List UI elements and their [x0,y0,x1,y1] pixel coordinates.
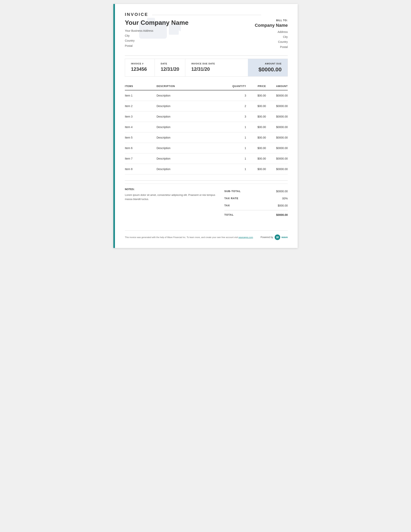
company-country: Country [125,38,248,43]
invoice-number-value: 123456 [131,66,149,72]
item-price: $00.00 [246,94,266,97]
accent-bar [113,4,115,248]
table-row: Item 1 Description 3 $00.00 $0000.00 [125,90,288,101]
invoice-number-label: INVOICE # [131,62,149,65]
header-divider [125,56,288,56]
page-footer: This invoice was generated with the help… [125,230,288,240]
item-amount: $0000.00 [266,168,288,171]
due-date-value: 12/31/20 [191,66,215,72]
item-description: Description [157,146,226,150]
total-row: TOTAL $0000.00 [224,211,288,218]
item-amount: $0000.00 [266,115,288,118]
tax-rate-value: 00% [282,197,288,200]
bill-to-details: Address City Country Postal [248,29,288,49]
item-name: Item 4 [125,125,157,129]
company-info: Your Company Name Your Business Address … [125,19,248,48]
footer-section: NOTES: Lorem ipsum dolor sit amet, conse… [125,183,288,218]
item-description: Description [157,168,226,171]
bill-to-city: City [248,35,288,39]
due-date-label: INVOICE DUE DATE [191,62,215,65]
invoice-meta: INVOICE # 123456 DATE 12/31/20 INVOICE D… [125,59,288,76]
bill-to-label: BILL TO: [248,19,288,22]
bill-to-address: Address [248,29,288,35]
company-city: City [125,33,248,38]
tax-rate-label: TAX RATE [224,197,238,200]
notes-text: Lorem ipsum dolor sit amet, consectetur … [125,193,216,201]
item-quantity: 1 [226,125,246,129]
company-address: Your Business Address [125,28,248,33]
date-label: DATE [161,62,179,65]
item-quantity: 3 [226,94,246,97]
notes-area: NOTES: Lorem ipsum dolor sit amet, conse… [125,188,216,218]
col-description: DESCRIPTION [157,85,226,88]
subtotal-value: $0000.00 [276,190,288,193]
table-row: Item 8 Description 1 $00.00 $0000.00 [125,164,288,174]
items-table: ITEMS DESCRIPTION QUANTITY PRICE AMOUNT … [125,83,288,174]
item-description: Description [157,104,226,108]
item-quantity: 3 [226,115,246,118]
item-amount: $0000.00 [266,157,288,160]
tax-row: TAX $000.00 [224,202,288,209]
meta-left: INVOICE # 123456 DATE 12/31/20 INVOICE D… [125,59,248,76]
table-row: Item 6 Description 1 $00.00 $0000.00 [125,143,288,153]
col-amount: AMOUNT [266,85,288,88]
item-name: Item 3 [125,115,157,118]
amount-due-item: AMOUNT DUE $0000.00 [248,59,288,76]
col-items: ITEMS [125,85,157,88]
item-amount: $0000.00 [266,136,288,139]
item-price: $00.00 [246,136,266,139]
item-amount: $0000.00 [266,104,288,108]
footer-text: This invoice was generated with the help… [125,236,253,238]
item-amount: $0000.00 [266,94,288,97]
amount-due-value: $0000.00 [254,66,282,73]
tax-rate-row: TAX RATE 00% [224,195,288,202]
subtotal-label: SUB-TOTAL [224,190,241,193]
due-date-item: INVOICE DUE DATE 12/31/20 [185,59,221,76]
notes-label: NOTES: [125,188,216,191]
item-name: Item 6 [125,146,157,150]
total-label: TOTAL [224,213,234,217]
wave-logo: W wave [275,235,288,240]
tax-label: TAX [224,204,230,207]
total-value: $0000.00 [276,213,288,217]
item-description: Description [157,157,226,160]
table-row: Item 3 Description 3 $00.00 $0000.00 [125,111,288,122]
item-description: Description [157,136,226,139]
item-description: Description [157,125,226,129]
item-amount: $0000.00 [266,146,288,150]
item-quantity: 1 [226,146,246,150]
item-amount: $0000.00 [266,125,288,129]
totals-area: SUB-TOTAL $0000.00 TAX RATE 00% TAX $000… [224,188,288,218]
subtotal-row: SUB-TOTAL $0000.00 [224,188,288,195]
header-section: Your Company Name Your Business Address … [125,19,288,49]
bill-to-company: Company Name [248,23,288,28]
item-quantity: 1 [226,168,246,171]
item-price: $00.00 [246,125,266,129]
col-price: PRICE [246,85,266,88]
bill-to-section: BILL TO: Company Name Address City Count… [248,19,288,49]
item-name: Item 1 [125,94,157,97]
item-price: $00.00 [246,146,266,150]
item-price: $00.00 [246,168,266,171]
wave-w-icon: W [275,235,280,240]
table-row: Item 2 Description 2 $00.00 $0000.00 [125,101,288,111]
item-name: Item 2 [125,104,157,108]
date-value: 12/31/20 [161,66,179,72]
col-quantity: QUANTITY [226,85,246,88]
table-header: ITEMS DESCRIPTION QUANTITY PRICE AMOUNT [125,83,288,90]
item-price: $00.00 [246,115,266,118]
date-item: DATE 12/31/20 [155,59,185,76]
bill-to-country: Country [248,39,288,44]
company-postal: Postal [125,43,248,48]
table-row: Item 7 Description 1 $00.00 $0000.00 [125,153,288,164]
item-price: $00.00 [246,157,266,160]
item-description: Description [157,94,226,97]
item-name: Item 7 [125,157,157,160]
item-price: $00.00 [246,104,266,108]
item-name: Item 8 [125,168,157,171]
invoice-page: INVOICE Your Company Name [113,4,298,248]
item-quantity: 1 [226,157,246,160]
item-name: Item 5 [125,136,157,139]
amount-due-label: AMOUNT DUE [254,62,282,65]
wave-link[interactable]: waveapps.com [239,236,253,238]
